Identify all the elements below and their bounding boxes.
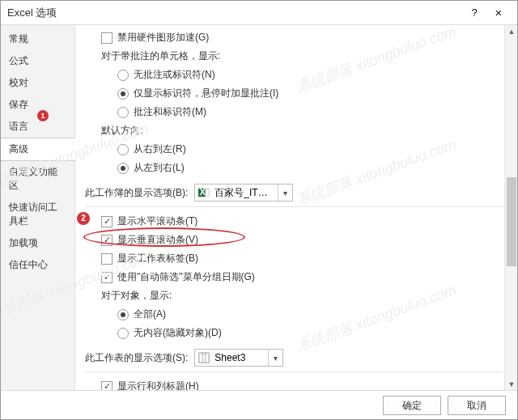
radio-label: 全部(A): [134, 308, 166, 321]
sidebar-item-advanced[interactable]: 高级: [1, 138, 75, 161]
annotation-badge-1: 1: [37, 110, 49, 121]
close-button[interactable]: ×: [486, 2, 511, 24]
checkbox-disable-hw-accel[interactable]: 禁用硬件图形加速(G): [85, 28, 517, 47]
dialog-footer: 确定 取消: [1, 390, 517, 419]
sheet-select[interactable]: Sheet3 ▾: [194, 349, 283, 367]
sidebar-item-label: 语言: [9, 121, 28, 132]
dialog-content: 常规 公式 校对 保存 语言 1 高级 自定义功能区 快速访问工具栏 加载项 信…: [1, 25, 517, 391]
section-label: 此工作簿的显示选项(B):: [85, 186, 188, 200]
workbook-select[interactable]: X 百家号_IT小人… ▾: [194, 184, 293, 202]
sheet-display-section: 此工作表的显示选项(S): Sheet3 ▾: [85, 342, 503, 372]
sidebar-item-general[interactable]: 常规: [1, 28, 74, 50]
chevron-down-icon: ▾: [268, 350, 282, 366]
radio-icon: [117, 163, 129, 174]
radio-icon: [117, 107, 129, 118]
help-button[interactable]: ?: [462, 2, 486, 24]
radio-direction-rtl[interactable]: 从右到左(R): [85, 140, 517, 159]
radio-label: 无批注或标识符(N): [134, 68, 215, 82]
options-inner: 禁用硬件图形加速(G) 对于带批注的单元格，显示: 无批注或标识符(N) 仅显示…: [75, 25, 517, 391]
radio-direction-ltr[interactable]: 从左到右(L): [85, 159, 517, 177]
cancel-button[interactable]: 取消: [448, 396, 506, 415]
titlebar: Excel 选项 ? ×: [1, 1, 517, 25]
sidebar-item-quick-access[interactable]: 快速访问工具栏: [1, 197, 74, 232]
checkbox-label: 使用"自动筛选"菜单分组日期(G): [117, 270, 255, 284]
combo-text: Sheet3: [213, 352, 268, 363]
checkbox-label: 显示工作表标签(B): [117, 252, 198, 265]
checkbox-icon: [101, 32, 113, 44]
sidebar-item-customize-ribbon[interactable]: 自定义功能区: [1, 161, 74, 197]
vertical-scrollbar[interactable]: ▲ ▼: [504, 25, 517, 391]
comments-heading: 对于带批注的单元格，显示:: [85, 47, 517, 66]
checkbox-icon: [101, 272, 113, 283]
radio-comments-and-indicator[interactable]: 批注和标识符(M): [85, 103, 517, 121]
radio-comments-indicator-only[interactable]: 仅显示标识符，悬停时加显批注(I): [85, 84, 517, 103]
sidebar-item-language[interactable]: 语言 1: [1, 116, 74, 138]
checkbox-horizontal-scrollbar[interactable]: 显示水平滚动条(T): [85, 212, 517, 231]
direction-heading: 默认方向:: [85, 121, 517, 140]
radio-label: 批注和标识符(M): [134, 105, 206, 119]
radio-icon: [117, 88, 129, 100]
checkbox-icon: [101, 253, 113, 265]
objects-heading: 对于对象，显示:: [85, 286, 517, 305]
radio-label: 无内容(隐藏对象)(D): [134, 326, 222, 340]
chevron-down-icon: ▾: [278, 185, 292, 201]
radio-label: 从左到右(L): [134, 161, 185, 175]
sidebar-item-formulas[interactable]: 公式: [1, 50, 74, 72]
sidebar-item-proofing[interactable]: 校对: [1, 72, 74, 94]
dialog-title: Excel 选项: [7, 6, 462, 20]
radio-icon: [117, 309, 129, 320]
category-sidebar: 常规 公式 校对 保存 语言 1 高级 自定义功能区 快速访问工具栏 加载项 信…: [1, 25, 75, 391]
sidebar-item-trust-center[interactable]: 信任中心: [1, 254, 74, 276]
combo-text: 百家号_IT小人…: [213, 186, 278, 200]
svg-rect-4: [199, 353, 209, 355]
checkbox-label: 显示水平滚动条(T): [117, 214, 197, 228]
checkbox-sheet-tabs[interactable]: 显示工作表标签(B): [85, 249, 517, 268]
excel-file-icon: X: [197, 185, 211, 200]
checkbox-autofilter-group-dates[interactable]: 使用"自动筛选"菜单分组日期(G): [85, 268, 517, 286]
section-label: 此工作表的显示选项(S):: [85, 351, 188, 365]
sheet-icon: [197, 350, 211, 365]
checkbox-label: 禁用硬件图形加速(G): [117, 31, 209, 45]
scroll-thumb[interactable]: [507, 177, 516, 266]
ok-button[interactable]: 确定: [383, 396, 441, 415]
svg-rect-1: [206, 189, 209, 197]
scroll-down-icon[interactable]: ▼: [505, 378, 517, 391]
radio-icon: [117, 328, 129, 339]
scroll-up-icon[interactable]: ▲: [505, 25, 517, 38]
options-pane: 禁用硬件图形加速(G) 对于带批注的单元格，显示: 无批注或标识符(N) 仅显示…: [75, 25, 517, 391]
workbook-display-section: 此工作簿的显示选项(B): X 百家号_IT小人… ▾: [85, 177, 503, 207]
checkbox-label: 显示行和列标题(H): [117, 380, 199, 391]
radio-label: 从右到左(R): [134, 142, 186, 156]
radio-label: 仅显示标识符，悬停时加显批注(I): [134, 87, 278, 100]
sidebar-item-addins[interactable]: 加载项: [1, 232, 74, 254]
checkbox-row-col-headers[interactable]: 显示行和列标题(H): [85, 377, 517, 391]
checkbox-label: 显示垂直滚动条(V): [117, 233, 198, 247]
checkbox-icon: [101, 216, 113, 227]
radio-icon: [117, 144, 129, 155]
checkbox-icon: [101, 235, 113, 246]
radio-icon: [117, 70, 129, 81]
radio-comments-none[interactable]: 无批注或标识符(N): [85, 66, 517, 84]
svg-text:X: X: [200, 187, 206, 197]
checkbox-vertical-scrollbar[interactable]: 显示垂直滚动条(V): [85, 231, 517, 249]
radio-objects-all[interactable]: 全部(A): [85, 305, 517, 324]
radio-objects-none[interactable]: 无内容(隐藏对象)(D): [85, 324, 517, 342]
